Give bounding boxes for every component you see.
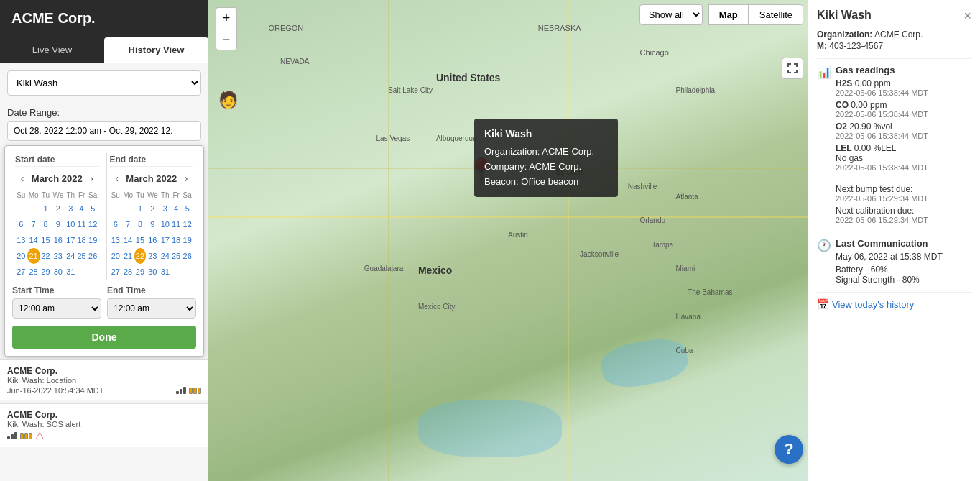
cal-day-7[interactable]: 7 — [121, 216, 134, 232]
start-prev-btn[interactable]: ‹ — [15, 171, 29, 185]
cal-day-9[interactable]: 9 — [146, 216, 160, 232]
rp-reading-o2: O2 20.90 %vol 2022-05-06 15:38:44 MDT — [836, 122, 971, 140]
cal-day-30[interactable]: 30 — [51, 264, 65, 280]
cal-day-tu: Tu — [40, 190, 52, 201]
battery-indicator-2 — [20, 433, 32, 439]
cal-day-10[interactable]: 10 — [65, 216, 76, 232]
cal-day-13[interactable]: 13 — [15, 232, 27, 248]
cal-day-4[interactable]: 4 — [171, 201, 182, 216]
cal-day-30[interactable]: 30 — [146, 264, 160, 280]
cal-day-we2: We — [146, 190, 160, 201]
cal-day-11[interactable]: 11 — [171, 216, 182, 232]
cal-day-1[interactable]: 1 — [40, 201, 52, 216]
datepicker-columns: Start date ‹ March 2022 › Su Mo Tu We — [12, 153, 196, 280]
cal-day-24[interactable]: 24 — [160, 248, 171, 264]
cal-day-25[interactable]: 25 — [76, 248, 87, 264]
help-button[interactable]: ? — [775, 435, 803, 464]
map-expand-button[interactable] — [782, 58, 803, 79]
cal-day-21[interactable]: 21 — [121, 248, 134, 264]
map-area[interactable]: United States Mexico OREGON NEVADA NEBRA… — [208, 0, 808, 481]
end-next-btn[interactable]: › — [179, 171, 193, 185]
cal-day-2[interactable]: 2 — [51, 201, 65, 216]
label-philadelphia: Philadelphia — [676, 86, 716, 94]
end-time-select[interactable]: 12:00 am — [107, 298, 196, 319]
cal-day-25[interactable]: 25 — [171, 248, 182, 264]
cal-day-17[interactable]: 17 — [160, 232, 171, 248]
cal-day-22[interactable]: 22 — [40, 248, 52, 264]
cal-day-15[interactable]: 15 — [40, 232, 52, 248]
cal-day-27[interactable]: 27 — [15, 264, 27, 280]
company-title: ACME Corp. — [11, 10, 96, 26]
start-time-select[interactable]: 12:00 am — [12, 298, 101, 319]
cal-day-11[interactable]: 11 — [76, 216, 87, 232]
location-select[interactable]: Kiki Wash — [7, 70, 201, 96]
tab-history-view[interactable]: History View — [104, 37, 208, 63]
cal-day-8[interactable]: 8 — [40, 216, 52, 232]
cal-day-14[interactable]: 14 — [27, 232, 40, 248]
cal-day-1[interactable]: 1 — [134, 201, 146, 216]
cal-day-23[interactable]: 23 — [51, 248, 65, 264]
cal-day-14[interactable]: 14 — [121, 232, 134, 248]
cal-day-23[interactable]: 23 — [146, 248, 160, 264]
cal-day-18[interactable]: 18 — [171, 232, 182, 248]
cal-day-13[interactable]: 13 — [110, 232, 122, 248]
list-item[interactable]: ACME Corp. Kiki Wash: Location Jun-16-20… — [0, 359, 208, 400]
zoom-in-button[interactable]: + — [216, 7, 237, 29]
cal-day-20[interactable]: 20 — [15, 248, 27, 264]
cal-day-29[interactable]: 29 — [134, 264, 146, 280]
cal-day-8[interactable]: 8 — [134, 216, 146, 232]
cal-day-3[interactable]: 3 — [160, 201, 171, 216]
cal-day-28[interactable]: 28 — [121, 264, 134, 280]
map-button[interactable]: Map — [708, 4, 749, 25]
pegman[interactable]: 🧑 — [218, 91, 238, 109]
cal-day-20[interactable]: 20 — [110, 248, 122, 264]
cal-day-17[interactable]: 17 — [65, 232, 76, 248]
cal-day-7[interactable]: 7 — [27, 216, 40, 232]
cal-day-21[interactable]: 21 — [27, 248, 40, 264]
sidebar-header: ACME Corp. — [0, 0, 208, 37]
cal-day-22[interactable]: 22 — [134, 248, 146, 264]
water-body-1 — [598, 334, 691, 392]
cal-day-10[interactable]: 10 — [160, 216, 171, 232]
cal-day-12[interactable]: 12 — [87, 216, 99, 232]
cal-day-18[interactable]: 18 — [76, 232, 87, 248]
list-item-2[interactable]: ACME Corp. Kiki Wash: SOS alert ⚠ — [0, 403, 208, 447]
gas-icon: 📊 — [817, 65, 831, 79]
cal-day-24[interactable]: 24 — [65, 248, 76, 264]
cal-day-31[interactable]: 31 — [65, 264, 76, 280]
cal-day-26[interactable]: 26 — [181, 248, 193, 264]
zoom-out-button[interactable]: − — [216, 29, 237, 50]
cal-day-2[interactable]: 2 — [146, 201, 160, 216]
rp-signal-value: 80% — [902, 275, 920, 285]
cal-day-16[interactable]: 16 — [146, 232, 160, 248]
cal-day-15[interactable]: 15 — [134, 232, 146, 248]
cal-day-9[interactable]: 9 — [51, 216, 65, 232]
cal-day-5[interactable]: 5 — [181, 201, 193, 216]
popup-beacon: Beacon: Office beacon — [484, 175, 608, 190]
show-all-select[interactable]: Show all — [639, 4, 703, 25]
date-range-input[interactable] — [7, 121, 201, 141]
rp-comm-body: Last Communication May 06, 2022 at 15:38… — [836, 238, 971, 285]
cal-day-5[interactable]: 5 — [87, 201, 99, 216]
cal-day-19[interactable]: 19 — [181, 232, 193, 248]
location-select-wrap: Kiki Wash — [0, 63, 208, 103]
cal-day-6[interactable]: 6 — [15, 216, 27, 232]
cal-day-28[interactable]: 28 — [27, 264, 40, 280]
done-button[interactable]: Done — [12, 326, 196, 349]
cal-day-12[interactable]: 12 — [181, 216, 193, 232]
cal-day-19[interactable]: 19 — [87, 232, 99, 248]
cal-day-3[interactable]: 3 — [65, 201, 76, 216]
cal-day-29[interactable]: 29 — [40, 264, 52, 280]
cal-day-26[interactable]: 26 — [87, 248, 99, 264]
tab-live-view[interactable]: Live View — [0, 37, 104, 63]
satellite-button[interactable]: Satellite — [749, 4, 803, 25]
rp-close-button[interactable]: × — [963, 9, 971, 24]
cal-day-16[interactable]: 16 — [51, 232, 65, 248]
view-history-link[interactable]: 📅 View today's history — [817, 298, 971, 310]
cal-day-31[interactable]: 31 — [160, 264, 171, 280]
cal-day-6[interactable]: 6 — [110, 216, 122, 232]
cal-day-4[interactable]: 4 — [76, 201, 87, 216]
start-next-btn[interactable]: › — [84, 171, 98, 185]
cal-day-27[interactable]: 27 — [110, 264, 122, 280]
end-prev-btn[interactable]: ‹ — [110, 171, 124, 185]
